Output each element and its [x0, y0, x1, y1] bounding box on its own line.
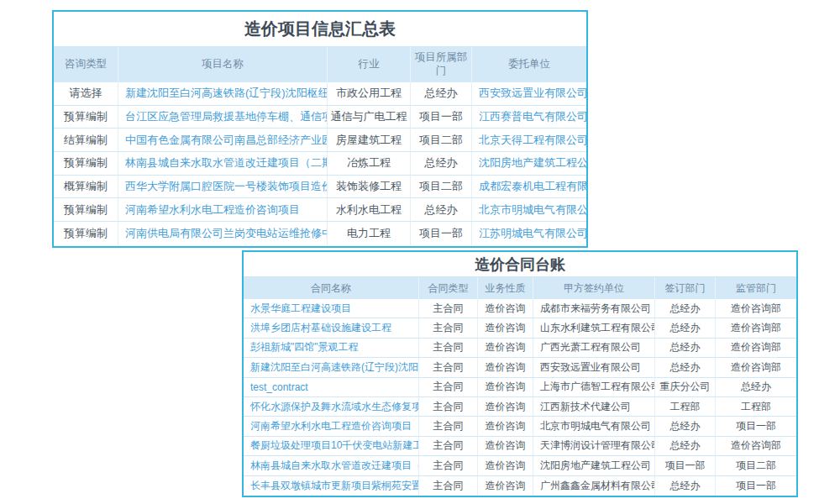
contract-name-link[interactable]: 餐厨垃圾处理项目10千伏变电站新建工程 — [244, 437, 419, 455]
summary-col-header: 项目名称 — [118, 47, 328, 82]
table-row: 预算编制河南供电局有限公司兰岗变电站运维抢修中心项目电力工程项目一部江苏明城电气… — [54, 222, 586, 245]
project-name-link[interactable]: 中国有色金属有限公司南昌总部经济产业园项目二期 — [118, 129, 328, 151]
table-row: 新建沈阳至白河高速铁路(辽宁段)沈阳枢纽改建工程主合同造价咨询西安致远置业有限公… — [244, 358, 796, 377]
contract-name-link[interactable]: 水景华庭工程建设项目 — [244, 299, 419, 318]
supervise-dept-cell: 造价咨询部 — [716, 358, 796, 376]
business-nature-cell: 造价咨询 — [478, 417, 533, 435]
table-row: 餐厨垃圾处理项目10千伏变电站新建工程主合同造价咨询天津博润设计管理有限公司总经… — [244, 437, 796, 456]
sign-dept-cell: 总经办 — [655, 437, 716, 455]
supervise-dept-cell: 造价咨询部 — [716, 299, 796, 318]
table-row: 请选择新建沈阳至白河高速铁路(辽宁段)沈阳枢纽改建工程市政公用工程总经办西安致远… — [54, 82, 586, 106]
client-unit-link[interactable]: 北京市明城电气有限公司 — [472, 198, 586, 221]
ledger-col-header: 合同名称 — [244, 277, 419, 299]
party-unit-cell: 广州鑫鑫金属材料有限公司 — [533, 476, 655, 496]
party-unit-cell: 成都市来福劳务有限公司 — [533, 299, 655, 318]
ledger-table-card: 造价合同台账 合同名称 合同类型 业务性质 甲方签约单位 签订部门 监管部门 水… — [242, 250, 798, 497]
contract-type-cell: 主合同 — [419, 318, 478, 337]
client-unit-link[interactable]: 北京天得工程有限公司 — [472, 129, 586, 151]
industry-cell: 水利水电工程 — [328, 198, 411, 221]
sign-dept-cell: 总经办 — [655, 476, 716, 496]
supervise-dept-cell: 工程部 — [716, 397, 796, 416]
party-unit-cell: 北京市明城电气有限公司 — [533, 417, 655, 435]
project-dept-cell: 总经办 — [411, 198, 472, 221]
consult-type-cell: 预算编制 — [54, 152, 118, 175]
table-row: 洪埠乡团店村基础设施建设工程主合同造价咨询山东水利建筑工程有限公司总经办造价咨询… — [244, 318, 796, 338]
ledger-col-header: 签订部门 — [655, 277, 716, 299]
ledger-col-header: 合同类型 — [419, 277, 478, 299]
contract-type-cell: 主合同 — [419, 299, 478, 318]
project-dept-cell: 项目二部 — [411, 129, 472, 151]
party-unit-cell: 沈阳房地产建筑工程公司 — [533, 456, 655, 475]
table-row: 结算编制中国有色金属有限公司南昌总部经济产业园项目二期房屋建筑工程项目二部北京天… — [54, 129, 586, 152]
ledger-table-header: 合同名称 合同类型 业务性质 甲方签约单位 签订部门 监管部门 — [244, 277, 796, 299]
contract-name-link[interactable]: 洪埠乡团店村基础设施建设工程 — [244, 318, 419, 337]
contract-type-cell: 主合同 — [419, 378, 478, 396]
sign-dept-cell: 总经办 — [655, 318, 716, 337]
supervise-dept-cell: 造价咨询部 — [716, 318, 796, 337]
contract-type-cell: 主合同 — [419, 456, 478, 475]
contract-name-link[interactable]: 长丰县双墩镇城市更新项目紫桐苑安置点 — [244, 476, 419, 496]
industry-cell: 冶炼工程 — [328, 152, 411, 175]
summary-table-title: 造价项目信息汇总表 — [54, 12, 586, 47]
supervise-dept-cell: 项目一部 — [716, 417, 796, 435]
business-nature-cell: 造价咨询 — [478, 378, 533, 396]
consult-type-cell: 结算编制 — [54, 129, 118, 151]
client-unit-link[interactable]: 西安致远置业有限公司 — [472, 82, 586, 105]
party-unit-cell: 西安致远置业有限公司 — [533, 358, 655, 376]
summary-table-card: 造价项目信息汇总表 咨询类型 项目名称 行业 项目所属部门 委托单位 请选择新建… — [52, 10, 588, 248]
supervise-dept-cell: 造价咨询部 — [716, 339, 796, 357]
consult-type-cell: 预算编制 — [54, 106, 118, 129]
contract-name-link[interactable]: 怀化水源保护及舞水流域水生态修复项目合同 — [244, 397, 419, 416]
contract-name-link[interactable]: 新建沈阳至白河高速铁路(辽宁段)沈阳枢纽改建工程 — [244, 358, 419, 376]
client-unit-link[interactable]: 沈阳房地产建筑工程公司 — [472, 152, 586, 175]
client-unit-link[interactable]: 成都宏泰机电工程有限公司 — [472, 176, 586, 198]
project-name-link[interactable]: 林南县城自来水取水管道改迁建项目（二期） — [118, 152, 328, 175]
client-unit-link[interactable]: 江西赛普电气有限公司 — [472, 106, 586, 129]
contract-name-link[interactable]: 彭祖新城"四馆"景观工程 — [244, 339, 419, 357]
sign-dept-cell: 项目一部 — [655, 456, 716, 475]
industry-cell: 市政公用工程 — [328, 82, 411, 105]
supervise-dept-cell: 项目一部 — [716, 476, 796, 496]
ledger-table-body: 水景华庭工程建设项目主合同造价咨询成都市来福劳务有限公司总经办造价咨询部洪埠乡团… — [244, 299, 796, 496]
contract-type-cell: 主合同 — [419, 437, 478, 455]
contract-type-cell: 主合同 — [419, 358, 478, 376]
ledger-col-header: 业务性质 — [478, 277, 533, 299]
ledger-col-header: 甲方签约单位 — [533, 277, 655, 299]
sign-dept-cell: 总经办 — [655, 339, 716, 357]
project-name-link[interactable]: 西华大学附属口腔医院一号楼装饰项目造价咨询 — [118, 176, 328, 198]
project-dept-cell: 总经办 — [411, 152, 472, 175]
table-row: 河南希望水利水电工程造价咨询项目主合同造价咨询北京市明城电气有限公司总经办项目一… — [244, 417, 796, 436]
supervise-dept-cell: 项目二部 — [716, 456, 796, 475]
sign-dept-cell: 总经办 — [655, 358, 716, 376]
project-name-link[interactable]: 河南希望水利水电工程造价咨询项目 — [118, 198, 328, 221]
table-row: 预算编制林南县城自来水取水管道改迁建项目（二期）冶炼工程总经办沈阳房地产建筑工程… — [54, 152, 586, 176]
consult-type-select[interactable]: 请选择 — [54, 82, 118, 105]
sign-dept-cell: 工程部 — [655, 397, 716, 416]
contract-name-link[interactable]: 林南县城自来水取水管道改迁建项目（二期） — [244, 456, 419, 475]
business-nature-cell: 造价咨询 — [478, 339, 533, 357]
party-unit-cell: 山东水利建筑工程有限公司 — [533, 318, 655, 337]
contract-name-link[interactable]: 河南希望水利水电工程造价咨询项目 — [244, 417, 419, 435]
supervise-dept-cell: 总经办 — [716, 378, 796, 396]
project-name-link[interactable]: 台江区应急管理局救援基地停车棚、通信项目 — [118, 106, 328, 129]
industry-cell: 装饰装修工程 — [328, 176, 411, 198]
business-nature-cell: 造价咨询 — [478, 397, 533, 416]
consult-type-cell: 预算编制 — [54, 222, 118, 245]
table-row: 林南县城自来水取水管道改迁建项目（二期）主合同造价咨询沈阳房地产建筑工程公司项目… — [244, 456, 796, 475]
party-unit-cell: 天津博润设计管理有限公司 — [533, 437, 655, 455]
business-nature-cell: 造价咨询 — [478, 318, 533, 337]
party-unit-cell: 上海市广德智工程有限公司 — [533, 378, 655, 396]
industry-cell: 通信与广电工程 — [328, 106, 411, 129]
project-name-link[interactable]: 新建沈阳至白河高速铁路(辽宁段)沈阳枢纽改建工程 — [118, 82, 328, 105]
ledger-table-title: 造价合同台账 — [244, 252, 796, 277]
table-row: 怀化水源保护及舞水流域水生态修复项目合同主合同造价咨询江西新技术代建公司工程部工… — [244, 397, 796, 417]
table-row: 彭祖新城"四馆"景观工程主合同造价咨询广西光萧工程有限公司总经办造价咨询部 — [244, 339, 796, 358]
table-row: 预算编制台江区应急管理局救援基地停车棚、通信项目通信与广电工程项目一部江西赛普电… — [54, 106, 586, 129]
contract-name-link[interactable]: test_contract — [244, 378, 419, 396]
client-unit-link[interactable]: 江苏明城电气有限公司 — [472, 222, 586, 245]
contract-type-cell: 主合同 — [419, 339, 478, 357]
sign-dept-cell: 总经办 — [655, 299, 716, 318]
project-dept-cell: 项目一部 — [411, 106, 472, 129]
project-name-link[interactable]: 河南供电局有限公司兰岗变电站运维抢修中心项目 — [118, 222, 328, 245]
contract-type-cell: 主合同 — [419, 476, 478, 496]
